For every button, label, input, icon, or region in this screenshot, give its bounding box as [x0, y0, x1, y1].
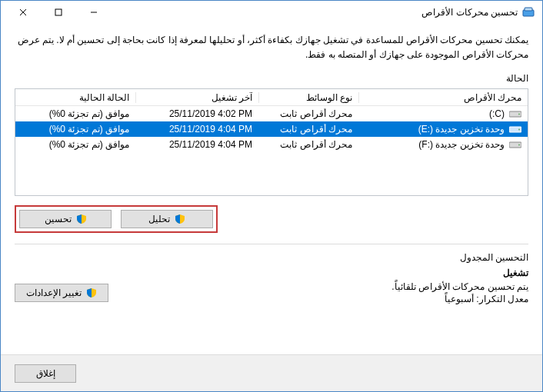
col-header-lastrun[interactable]: آخر تشغيل [135, 92, 258, 103]
cell-drive-name: وحدة تخزين جديدة (:E) [418, 124, 505, 135]
analyze-button-label: تحليل [148, 214, 170, 224]
svg-rect-2 [525, 8, 532, 11]
schedule-line2-prefix: معدل التكرار: [474, 294, 528, 304]
table-row[interactable]: وحدة تخزين جديدة (:E)محرك أقراص ثابت25/1… [15, 121, 528, 137]
table-row[interactable]: (C:)محرك أقراص ثابت25/11/2019 4:02 PMموا… [15, 106, 528, 121]
col-header-media[interactable]: نوع الوسائط [258, 92, 358, 103]
cell-drive: وحدة تخزين جديدة (:E) [358, 124, 528, 135]
minimize-window-button[interactable] [76, 1, 112, 24]
cell-media: محرك أقراص ثابت [258, 139, 358, 150]
shield-icon [175, 214, 185, 224]
drive-icon [509, 109, 521, 118]
window-title: تحسين محركات الأقراص [421, 7, 518, 18]
drive-list-header[interactable]: محرك الأقراص نوع الوسائط آخر تشغيل الحال… [15, 89, 528, 106]
schedule-on-label: تشغيل [15, 267, 528, 278]
titlebar: تحسين محركات الأقراص [1, 1, 542, 24]
scheduled-heading: التحسين المجدول [15, 252, 528, 263]
cell-drive-name: وحدة تخزين جديدة (:F) [418, 139, 505, 150]
cell-drive: (C:) [358, 108, 528, 119]
cell-media: محرك أقراص ثابت [258, 108, 358, 119]
analyze-button[interactable]: تحليل [121, 210, 213, 228]
shield-icon [86, 287, 97, 298]
window-controls [5, 1, 112, 24]
drive-icon [509, 125, 521, 134]
close-window-button[interactable] [5, 1, 41, 24]
col-header-drive[interactable]: محرك الأقراص [358, 92, 528, 103]
cell-status: موافق (تم تجزئة 0%) [15, 139, 135, 150]
app-icon [522, 6, 535, 18]
close-button-label: إغلاق [36, 368, 55, 379]
action-buttons-highlight: تحليل تحسين [15, 205, 218, 233]
change-settings-button[interactable]: تغيير الإعدادات [15, 284, 108, 302]
maximize-window-button[interactable] [41, 1, 76, 24]
svg-rect-0 [55, 9, 62, 15]
cell-lastrun: 25/11/2019 4:04 PM [135, 139, 258, 150]
cell-drive: وحدة تخزين جديدة (:F) [358, 139, 528, 150]
svg-point-8 [518, 145, 520, 146]
optimize-button[interactable]: تحسين [19, 210, 112, 228]
change-settings-label: تغيير الإعدادات [26, 287, 82, 298]
cell-lastrun: 25/11/2019 4:04 PM [135, 124, 258, 135]
optimize-button-label: تحسين [45, 214, 72, 224]
drive-list: محرك الأقراص نوع الوسائط آخر تشغيل الحال… [15, 88, 528, 196]
intro-text: يمكنك تحسين محركات الأقراص للمساعدة في ت… [15, 33, 528, 62]
footer: إغلاق [1, 354, 542, 391]
cell-media: محرك أقراص ثابت [258, 124, 358, 135]
col-header-status[interactable]: الحالة الحالية [15, 92, 135, 103]
cell-drive-name: (C:) [489, 108, 505, 119]
table-row[interactable]: وحدة تخزين جديدة (:F)محرك أقراص ثابت25/1… [15, 137, 528, 152]
shield-icon [76, 214, 87, 224]
schedule-frequency: أسبوعياً [445, 294, 474, 304]
cell-status: موافق (تم تجزئة 0%) [15, 124, 135, 135]
cell-status: موافق (تم تجزئة 0%) [15, 108, 135, 119]
drive-icon [509, 140, 521, 149]
cell-lastrun: 25/11/2019 4:02 PM [135, 108, 258, 119]
divider [15, 244, 528, 244]
state-label: الحالة [15, 73, 528, 84]
svg-point-4 [518, 114, 520, 115]
svg-point-6 [518, 129, 520, 131]
close-button[interactable]: إغلاق [15, 364, 76, 383]
